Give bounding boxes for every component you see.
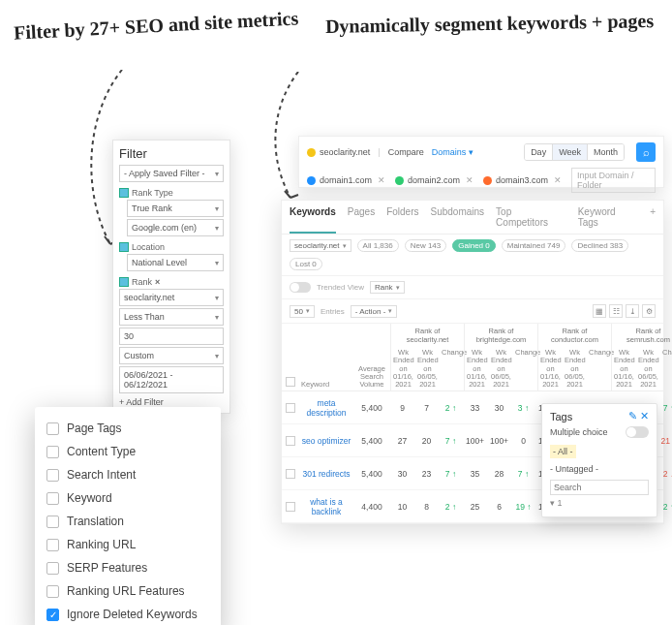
results-panel: KeywordsPagesFoldersSubdomainsTop Compet…: [281, 200, 664, 524]
filter-new[interactable]: New 143: [405, 239, 447, 252]
location-select[interactable]: National Level: [127, 254, 224, 271]
tab-folders[interactable]: Folders: [386, 201, 418, 234]
cell-asv: 5,400: [353, 434, 390, 448]
cell: 25: [463, 500, 487, 514]
filter-all[interactable]: All 1,836: [357, 239, 399, 252]
engine-select[interactable]: Google.com (en): [127, 219, 224, 236]
keyword-link[interactable]: seo optimizer: [299, 434, 353, 448]
rank-type-select[interactable]: True Rank: [127, 200, 224, 217]
row-checkbox[interactable]: [286, 502, 295, 512]
remove-rank-icon[interactable]: ×: [155, 277, 160, 287]
compare-domain-chip[interactable]: domain3.com✕: [483, 175, 562, 185]
search-button[interactable]: ⌕: [636, 142, 656, 162]
add-filter-button[interactable]: + Add Filter: [119, 397, 224, 407]
checklist-item[interactable]: Translation: [46, 510, 209, 533]
checklist-item[interactable]: Keyword: [46, 486, 209, 510]
cell-asv: 5,400: [353, 467, 390, 481]
domains-dropdown[interactable]: Domains ▾: [432, 147, 473, 157]
filter-declined[interactable]: Declined 383: [571, 239, 628, 252]
filter-options-popover: Page TagsContent TypeSearch IntentKeywor…: [35, 407, 221, 625]
pagesize-select[interactable]: 50: [290, 305, 315, 318]
cell: 23: [414, 467, 439, 481]
settings-icon[interactable]: ⚙: [642, 304, 656, 318]
close-icon[interactable]: ✕: [466, 175, 473, 185]
filter-gained[interactable]: Gained 0: [452, 239, 495, 252]
row-checkbox[interactable]: [286, 469, 295, 479]
rank-op-select[interactable]: Less Than: [119, 308, 224, 326]
checkbox-icon[interactable]: [46, 446, 59, 458]
checkbox-icon[interactable]: [46, 492, 59, 505]
export-icon[interactable]: ⤓: [626, 304, 639, 318]
tab-pages[interactable]: Pages: [348, 201, 375, 234]
filter-maintained[interactable]: Maintained 749: [502, 239, 566, 252]
checklist-item[interactable]: Content Type: [46, 440, 209, 463]
period-day[interactable]: Day: [525, 144, 553, 160]
tab-subdomains[interactable]: Subdomains: [431, 201, 485, 234]
checkbox-icon[interactable]: [46, 422, 59, 435]
cell-change: 2: [657, 467, 672, 481]
action-select[interactable]: - Action -: [351, 305, 398, 318]
checkbox-icon[interactable]: [46, 469, 59, 482]
period-week[interactable]: Week: [553, 144, 588, 160]
rank-period-select[interactable]: Custom: [119, 347, 224, 364]
checkbox-icon[interactable]: [46, 585, 59, 598]
tags-opt-untagged[interactable]: - Untagged -: [550, 461, 649, 477]
tags-search-input[interactable]: [550, 480, 649, 495]
compare-label: Compare: [388, 147, 424, 157]
trended-view-toggle[interactable]: [290, 282, 311, 293]
tags-opt-all[interactable]: - All -: [550, 445, 576, 458]
checklist-item[interactable]: ✓Ignore Deleted Keywords: [46, 603, 209, 625]
select-all-checkbox[interactable]: [286, 377, 295, 387]
cell-change: 19: [511, 500, 535, 514]
period-month[interactable]: Month: [588, 144, 624, 160]
rank-metric-select[interactable]: Rank: [370, 281, 405, 294]
multiple-choice-toggle[interactable]: [626, 426, 649, 438]
checklist-item[interactable]: Ranking URL: [46, 533, 209, 556]
cell: 30: [390, 467, 414, 481]
columns-icon[interactable]: ▦: [593, 304, 606, 318]
checkbox-icon[interactable]: ✓: [46, 609, 59, 621]
period-toggle[interactable]: DayWeekMonth: [524, 143, 625, 161]
tab-keywords[interactable]: Keywords: [290, 201, 336, 234]
compare-domain-chip[interactable]: domain1.com✕: [307, 175, 385, 185]
close-icon[interactable]: ✕: [378, 175, 385, 185]
rank-value-input[interactable]: 30: [119, 328, 224, 345]
close-icon[interactable]: ✕: [554, 175, 562, 185]
keyword-link[interactable]: what is a backlink: [299, 495, 353, 518]
search-icon: ⌕: [643, 146, 650, 158]
col-asv[interactable]: Average Search Volume: [353, 363, 390, 391]
keyword-link[interactable]: 301 redirects: [299, 467, 353, 481]
cell-change: 21: [657, 434, 672, 448]
checklist-item[interactable]: Page Tags: [46, 417, 209, 440]
compare-domain-chip[interactable]: domain2.com✕: [395, 175, 473, 185]
cell: 20: [414, 434, 439, 448]
edit-icon[interactable]: ✎: [628, 410, 637, 422]
checklist-item[interactable]: Ranking URL Features: [46, 579, 209, 603]
rank-domain-select[interactable]: seoclarity.net: [119, 289, 224, 306]
checkbox-icon[interactable]: [46, 562, 59, 575]
checkbox-icon[interactable]: [46, 539, 59, 551]
cell: 10: [390, 500, 414, 514]
tab-keyword-tags[interactable]: Keyword Tags: [578, 201, 638, 234]
checkbox-icon[interactable]: [46, 516, 59, 528]
rank-type-label: Rank Type: [119, 188, 224, 198]
checklist-item[interactable]: SERP Features: [46, 556, 209, 579]
tags-popover: Tags ✎ ✕ Multiple choice - All - - Untag…: [541, 403, 657, 517]
close-icon[interactable]: ✕: [640, 410, 649, 422]
filter-lost[interactable]: Lost 0: [290, 258, 322, 270]
tab-top-competitors[interactable]: Top Competitors: [496, 201, 566, 234]
keyword-link[interactable]: meta description: [299, 396, 353, 420]
chart-icon[interactable]: ☷: [609, 304, 623, 318]
checklist-item[interactable]: Search Intent: [46, 463, 209, 486]
rank-daterange-input[interactable]: 06/06/2021 - 06/12/2021: [119, 366, 224, 393]
apply-saved-filter-select[interactable]: - Apply Saved Filter -: [119, 165, 224, 182]
table-header: Keyword Average Search Volume Rank of se…: [282, 324, 663, 391]
row-checkbox[interactable]: [286, 436, 295, 446]
col-keyword[interactable]: Keyword: [299, 379, 353, 391]
domain-input[interactable]: Input Domain / Folder: [571, 168, 656, 193]
main-domain-chip[interactable]: seoclarity.net: [307, 147, 370, 157]
domain-filter-select[interactable]: seoclarity.net: [290, 239, 351, 252]
row-checkbox[interactable]: [286, 403, 295, 413]
add-tab-icon[interactable]: +: [650, 201, 656, 234]
col-group: Rank of brightedge.comWk Ended on 01/16,…: [464, 324, 537, 391]
